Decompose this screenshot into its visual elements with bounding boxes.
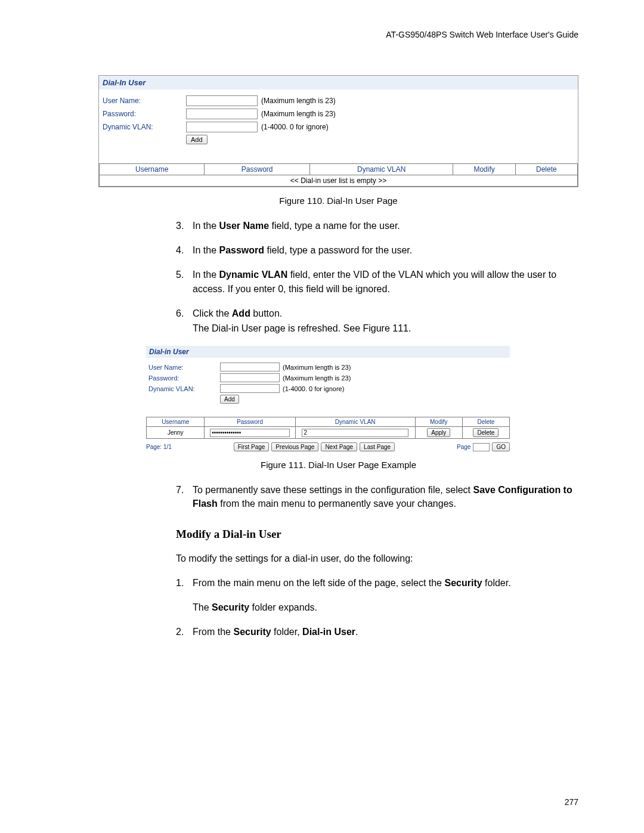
- panel-title-2: Dial-in User: [146, 346, 510, 358]
- step-num: 7.: [176, 483, 193, 510]
- col-delete-2: Delete: [462, 417, 509, 427]
- col-password-2: Password: [205, 417, 295, 427]
- col-username-2: Username: [147, 417, 205, 427]
- step-num: 4.: [176, 243, 193, 257]
- table-row: Jenny Apply Delete: [147, 427, 510, 439]
- figure-110: Dial-In User User Name: (Maximum length …: [98, 75, 578, 187]
- page-indicator: Page: 1/1: [146, 444, 172, 450]
- modify-step-2: From the Security folder, Dial-in User.: [193, 625, 578, 639]
- figure-110-caption: Figure 110. Dial-In User Page: [98, 196, 578, 206]
- step-7: To permanently save these settings in th…: [193, 483, 578, 510]
- add-button[interactable]: Add: [186, 135, 208, 144]
- username-label: User Name:: [103, 97, 186, 105]
- username-hint-2: (Maximum length is 23): [283, 364, 351, 371]
- go-button[interactable]: GO: [492, 442, 510, 451]
- section-heading: Modify a Dial-in User: [176, 528, 578, 541]
- username-hint: (Maximum length is 23): [261, 97, 336, 105]
- password-label-2: Password:: [148, 374, 220, 382]
- step-num: 6.: [176, 306, 193, 335]
- step-num: 2.: [176, 625, 193, 639]
- step-num: 5.: [176, 268, 193, 295]
- doc-header: AT-GS950/48PS Switch Web Interface User'…: [98, 30, 578, 39]
- username-label-2: User Name:: [148, 364, 220, 371]
- password-hint: (Maximum length is 23): [261, 110, 336, 118]
- delete-button[interactable]: Delete: [473, 428, 499, 437]
- col-vlan-2: Dynamic VLAN: [295, 417, 415, 427]
- password-hint-2: (Maximum length is 23): [283, 374, 351, 382]
- username-input-2[interactable]: [220, 363, 280, 371]
- next-page-button[interactable]: Next Page: [321, 442, 357, 451]
- user-table-empty: Username Password Dynamic VLAN Modify De…: [99, 163, 578, 187]
- user-table: Username Password Dynamic VLAN Modify De…: [146, 417, 510, 439]
- page-number: 277: [565, 797, 578, 807]
- col-vlan: Dynamic VLAN: [309, 164, 453, 175]
- intro-paragraph: To modify the settings for a dial-in use…: [176, 552, 578, 565]
- vlan-label-2: Dynamic VLAN:: [148, 385, 220, 392]
- col-modify-2: Modify: [415, 417, 462, 427]
- vlan-input-2[interactable]: [220, 384, 280, 393]
- password-input-2[interactable]: [220, 373, 280, 382]
- vlan-input[interactable]: [186, 122, 258, 132]
- last-page-button[interactable]: Last Page: [360, 442, 395, 451]
- page-word: Page: [457, 444, 470, 450]
- figure-111-caption: Figure 111. Dial-In User Page Example: [98, 460, 578, 470]
- step-5: In the Dynamic VLAN field, enter the VID…: [193, 268, 578, 295]
- vlan-label: Dynamic VLAN:: [103, 123, 186, 131]
- cell-vlan-input[interactable]: [302, 429, 408, 437]
- username-input[interactable]: [186, 95, 258, 106]
- col-password: Password: [205, 164, 309, 175]
- col-modify: Modify: [453, 164, 515, 175]
- col-delete: Delete: [515, 164, 577, 175]
- figure-111: Dial-in User User Name: (Maximum length …: [146, 346, 510, 451]
- password-input[interactable]: [186, 109, 258, 119]
- step-6: Click the Add button. The Dial-in User p…: [193, 306, 578, 335]
- cell-password-input[interactable]: [210, 429, 290, 437]
- panel-title: Dial-In User: [99, 76, 578, 89]
- col-username: Username: [100, 164, 205, 175]
- vlan-hint: (1-4000. 0 for ignore): [261, 123, 329, 131]
- password-label: Password:: [103, 110, 186, 118]
- vlan-hint-2: (1-4000. 0 for ignore): [283, 385, 344, 392]
- step-num: 1.: [176, 576, 193, 614]
- step-num: 3.: [176, 219, 193, 233]
- step-4: In the Password field, type a password f…: [193, 243, 578, 257]
- first-page-button[interactable]: First Page: [234, 442, 270, 451]
- page-input[interactable]: [473, 443, 490, 451]
- apply-button[interactable]: Apply: [427, 428, 450, 437]
- step-3: In the User Name field, type a name for …: [193, 219, 578, 233]
- add-button-2[interactable]: Add: [220, 395, 239, 404]
- prev-page-button[interactable]: Previous Page: [271, 442, 318, 451]
- empty-message: << Dial-in user list is empty >>: [100, 175, 578, 187]
- modify-step-1: From the main menu on the left side of t…: [193, 576, 578, 614]
- cell-username: Jenny: [147, 427, 205, 439]
